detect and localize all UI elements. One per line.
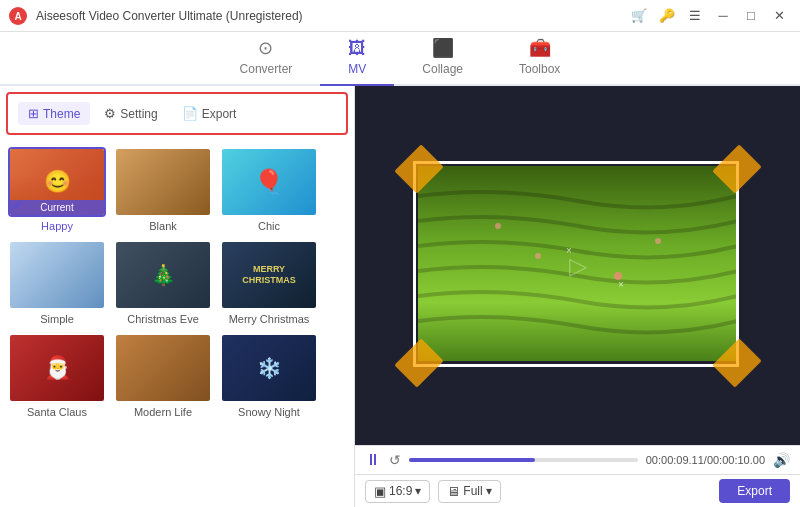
mv-icon: 🖼 bbox=[348, 38, 366, 59]
theme-thumb-snowy-night: ❄️ bbox=[220, 333, 318, 403]
progress-fill bbox=[409, 458, 535, 462]
tab-mv[interactable]: 🖼 MV bbox=[320, 32, 394, 86]
theme-thumb-santa-claus: 🎅 bbox=[8, 333, 106, 403]
theme-thumb-chic: 🎈 bbox=[220, 147, 318, 217]
ratio-select[interactable]: ▣ 16:9 ▾ bbox=[365, 480, 430, 503]
theme-thumb-happy: 😊 Current ✔ bbox=[8, 147, 106, 217]
svg-point-6 bbox=[655, 238, 661, 244]
preview-area: × × ▷ bbox=[355, 86, 800, 445]
export-button[interactable]: Export bbox=[719, 479, 790, 503]
export-doc-icon: 📄 bbox=[182, 106, 198, 121]
minimize-button[interactable]: ─ bbox=[710, 5, 736, 27]
tab-collage-label: Collage bbox=[422, 62, 463, 76]
replay-button[interactable]: ↺ bbox=[389, 452, 401, 468]
ratio-chevron: ▾ bbox=[415, 484, 421, 498]
screen-chevron: ▾ bbox=[486, 484, 492, 498]
theme-thumb-blank bbox=[114, 147, 212, 217]
theme-label-christmas-eve: Christmas Eve bbox=[127, 313, 199, 325]
svg-text:×: × bbox=[618, 279, 624, 290]
window-controls: 🛒 🔑 ☰ ─ □ ✕ bbox=[626, 5, 792, 27]
ratio-value: 16:9 bbox=[389, 484, 412, 498]
theme-label-modern-life: Modern Life bbox=[134, 406, 192, 418]
theme-label-santa-claus: Santa Claus bbox=[27, 406, 87, 418]
converter-icon: ⊙ bbox=[258, 37, 273, 59]
theme-item-blank[interactable]: Blank bbox=[114, 147, 212, 232]
theme-item-simple[interactable]: Simple bbox=[8, 240, 106, 325]
right-panel: × × ▷ ⏸ ↺ 00:00:09.11/00 bbox=[355, 86, 800, 507]
theme-label-happy: Happy bbox=[41, 220, 73, 232]
subtab-theme-label: Theme bbox=[43, 107, 80, 121]
app-logo: A bbox=[8, 6, 28, 26]
screen-select[interactable]: 🖥 Full ▾ bbox=[438, 480, 500, 503]
theme-label-blank: Blank bbox=[149, 220, 177, 232]
key-button[interactable]: 🔑 bbox=[654, 5, 680, 27]
svg-point-4 bbox=[535, 253, 541, 259]
svg-text:A: A bbox=[14, 11, 21, 22]
theme-label-snowy-night: Snowy Night bbox=[238, 406, 300, 418]
theme-label-chic: Chic bbox=[258, 220, 280, 232]
subtab-bar: ⊞ Theme ⚙ Setting 📄 Export bbox=[6, 92, 348, 135]
tab-toolbox[interactable]: 🧰 Toolbox bbox=[491, 31, 588, 86]
screen-value: Full bbox=[463, 484, 482, 498]
theme-grid: 😊 Current ✔ Happy Blank 🎈 bbox=[0, 141, 354, 507]
volume-icon[interactable]: 🔊 bbox=[773, 452, 790, 468]
theme-item-snowy-night[interactable]: ❄️ Snowy Night bbox=[220, 333, 318, 418]
ratio-bar: ▣ 16:9 ▾ 🖥 Full ▾ Export bbox=[355, 474, 800, 507]
main-content: ⊞ Theme ⚙ Setting 📄 Export 😊 bbox=[0, 86, 800, 507]
app-title: Aiseesoft Video Converter Ultimate (Unre… bbox=[36, 9, 626, 23]
time-display: 00:00:09.11/00:00:10.00 bbox=[646, 454, 765, 466]
setting-gear-icon: ⚙ bbox=[104, 106, 116, 121]
progress-bar[interactable] bbox=[409, 458, 638, 462]
subtab-setting[interactable]: ⚙ Setting bbox=[94, 102, 167, 125]
top-navigation: ⊙ Converter 🖼 MV ⬛ Collage 🧰 Toolbox bbox=[0, 32, 800, 86]
svg-point-3 bbox=[495, 223, 501, 229]
tab-converter[interactable]: ⊙ Converter bbox=[212, 31, 321, 86]
pause-button[interactable]: ⏸ bbox=[365, 451, 381, 469]
screen-icon: 🖥 bbox=[447, 484, 460, 499]
theme-item-christmas-eve[interactable]: 🎄 Christmas Eve bbox=[114, 240, 212, 325]
theme-item-modern-life[interactable]: Modern Life bbox=[114, 333, 212, 418]
theme-thumb-christmas-eve: 🎄 bbox=[114, 240, 212, 310]
toolbox-icon: 🧰 bbox=[529, 37, 551, 59]
theme-item-santa-claus[interactable]: 🎅 Santa Claus bbox=[8, 333, 106, 418]
playback-bar: ⏸ ↺ 00:00:09.11/00:00:10.00 🔊 bbox=[355, 445, 800, 474]
theme-thumb-merry-christmas: MERRYCHRISTMAS bbox=[220, 240, 318, 310]
theme-item-chic[interactable]: 🎈 Chic bbox=[220, 147, 318, 232]
tab-collage[interactable]: ⬛ Collage bbox=[394, 31, 491, 86]
subtab-export[interactable]: 📄 Export bbox=[172, 102, 247, 125]
check-icon: ✔ bbox=[12, 197, 24, 213]
subtab-export-label: Export bbox=[202, 107, 237, 121]
theme-thumb-simple bbox=[8, 240, 106, 310]
tab-converter-label: Converter bbox=[240, 62, 293, 76]
left-panel: ⊞ Theme ⚙ Setting 📄 Export 😊 bbox=[0, 86, 355, 507]
theme-item-merry-christmas[interactable]: MERRYCHRISTMAS Merry Christmas bbox=[220, 240, 318, 325]
menu-button[interactable]: ☰ bbox=[682, 5, 708, 27]
subtab-setting-label: Setting bbox=[120, 107, 157, 121]
subtab-theme[interactable]: ⊞ Theme bbox=[18, 102, 90, 125]
theme-grid-icon: ⊞ bbox=[28, 106, 39, 121]
ratio-icon: ▣ bbox=[374, 484, 386, 499]
theme-label-simple: Simple bbox=[40, 313, 74, 325]
tab-toolbox-label: Toolbox bbox=[519, 62, 560, 76]
collage-icon: ⬛ bbox=[432, 37, 454, 59]
tab-mv-label: MV bbox=[348, 62, 366, 76]
cart-button[interactable]: 🛒 bbox=[626, 5, 652, 27]
video-preview: × × bbox=[418, 166, 738, 361]
svg-text:×: × bbox=[566, 245, 572, 256]
maximize-button[interactable]: □ bbox=[738, 5, 764, 27]
close-button[interactable]: ✕ bbox=[766, 5, 792, 27]
theme-label-merry-christmas: Merry Christmas bbox=[229, 313, 310, 325]
theme-thumb-modern-life bbox=[114, 333, 212, 403]
theme-item-happy[interactable]: 😊 Current ✔ Happy bbox=[8, 147, 106, 232]
titlebar: A Aiseesoft Video Converter Ultimate (Un… bbox=[0, 0, 800, 32]
preview-frame: × × ▷ bbox=[393, 156, 763, 376]
